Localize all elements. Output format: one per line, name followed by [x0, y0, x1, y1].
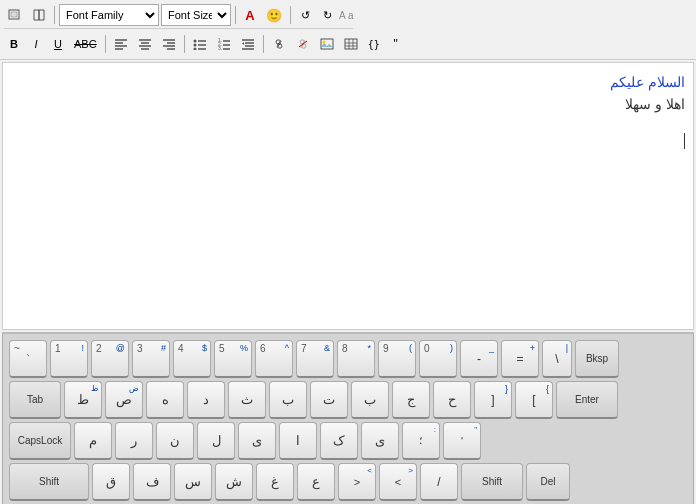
key-rbracket[interactable]: { [	[515, 381, 553, 419]
svg-text:3.: 3.	[218, 45, 222, 50]
key-7[interactable]: & 7	[296, 340, 334, 378]
svg-rect-36	[345, 39, 357, 49]
separator-5	[184, 35, 185, 53]
align-left-btn[interactable]	[110, 33, 132, 55]
key-row-shift: Shift ق ف س ش غ ع < > > < /	[9, 463, 687, 501]
separator-6	[263, 35, 264, 53]
key-t[interactable]: ث	[228, 381, 266, 419]
key-backslash[interactable]: | \	[542, 340, 572, 378]
image-btn[interactable]	[316, 33, 338, 55]
svg-point-35	[322, 41, 325, 44]
key-minus[interactable]: _ -	[460, 340, 498, 378]
key-capslock[interactable]: CapsLock	[9, 422, 71, 460]
key-6[interactable]: ^ 6	[255, 340, 293, 378]
key-2[interactable]: @ 2	[91, 340, 129, 378]
link-btn[interactable]	[268, 33, 290, 55]
editor-line-2: اهلا و سهلا	[610, 93, 685, 115]
key-q[interactable]: ظ ط	[64, 381, 102, 419]
virtual-keyboard: ~ ` ! 1 @ 2 # 3 $ 4 % 5 ^ 6 & 7	[2, 332, 694, 504]
unlink-btn[interactable]	[292, 33, 314, 55]
key-0[interactable]: ) 0	[419, 340, 457, 378]
key-enter[interactable]: Enter	[556, 381, 618, 419]
key-1[interactable]: ! 1	[50, 340, 88, 378]
editor-cursor	[684, 133, 685, 149]
aa-indicator: A a	[339, 10, 353, 21]
separator-4	[105, 35, 106, 53]
key-3[interactable]: # 3	[132, 340, 170, 378]
key-j[interactable]: ک	[320, 422, 358, 460]
key-p[interactable]: ح	[433, 381, 471, 419]
key-row-home: CapsLock م ر ن ل ى ا ک ی	[9, 422, 687, 460]
key-backspace[interactable]: Bksp	[575, 340, 619, 378]
key-9[interactable]: ( 9	[378, 340, 416, 378]
key-shift-left[interactable]: Shift	[9, 463, 89, 501]
emoji-btn[interactable]: 🙂	[262, 4, 286, 26]
key-u[interactable]: ت	[310, 381, 348, 419]
toolbar-btn-1[interactable]	[4, 4, 26, 26]
quote-btn[interactable]: "	[386, 33, 406, 55]
font-color-btn[interactable]: A	[240, 4, 260, 26]
key-b[interactable]: غ	[256, 463, 294, 501]
key-i[interactable]: ب	[351, 381, 389, 419]
key-shift-right[interactable]: Shift	[461, 463, 523, 501]
key-x[interactable]: ف	[133, 463, 171, 501]
key-5[interactable]: % 5	[214, 340, 252, 378]
key-row-top: Tab ظ ط ض ص ه د ث ب ت ب	[9, 381, 687, 419]
redo-btn[interactable]: ↻	[317, 4, 337, 26]
separator-3	[290, 6, 291, 24]
key-a[interactable]: م	[74, 422, 112, 460]
key-y[interactable]: ب	[269, 381, 307, 419]
key-lbracket[interactable]: } ]	[474, 381, 512, 419]
key-f[interactable]: ل	[197, 422, 235, 460]
key-comma[interactable]: > <	[379, 463, 417, 501]
key-r[interactable]: د	[187, 381, 225, 419]
align-right-btn[interactable]	[158, 33, 180, 55]
unordered-list-btn[interactable]	[189, 33, 211, 55]
key-k[interactable]: ی	[361, 422, 399, 460]
key-v[interactable]: ش	[215, 463, 253, 501]
undo-btn[interactable]: ↺	[295, 4, 315, 26]
separator-1	[54, 6, 55, 24]
key-semicolon[interactable]: " '	[443, 422, 481, 460]
key-c[interactable]: س	[174, 463, 212, 501]
key-o[interactable]: ج	[392, 381, 430, 419]
ordered-list-btn[interactable]: 1.2.3.	[213, 33, 235, 55]
key-m[interactable]: < >	[338, 463, 376, 501]
key-8[interactable]: * 8	[337, 340, 375, 378]
font-size-select[interactable]: Font Size	[161, 4, 231, 26]
key-d[interactable]: ن	[156, 422, 194, 460]
key-tab[interactable]: Tab	[9, 381, 61, 419]
code-btn[interactable]: {}	[364, 33, 384, 55]
svg-point-15	[193, 44, 196, 47]
italic-btn[interactable]: I	[26, 33, 46, 55]
editor-area[interactable]: السلام عليكم اهلا و سهلا	[2, 62, 694, 330]
key-e[interactable]: ه	[146, 381, 184, 419]
svg-marker-34	[321, 43, 333, 47]
svg-rect-33	[321, 39, 333, 49]
key-l[interactable]: : ؛	[402, 422, 440, 460]
underline-btn[interactable]: U	[48, 33, 68, 55]
align-center-btn[interactable]	[134, 33, 156, 55]
key-equals[interactable]: + =	[501, 340, 539, 378]
key-grave[interactable]: ~ `	[9, 340, 47, 378]
svg-marker-30	[242, 42, 244, 45]
indent-btn[interactable]	[237, 33, 259, 55]
key-period[interactable]: /	[420, 463, 458, 501]
key-g[interactable]: ى	[238, 422, 276, 460]
key-4[interactable]: $ 4	[173, 340, 211, 378]
font-family-select[interactable]: Font Family	[59, 4, 159, 26]
key-del[interactable]: Del	[526, 463, 570, 501]
key-s[interactable]: ر	[115, 422, 153, 460]
key-row-numbers: ~ ` ! 1 @ 2 # 3 $ 4 % 5 ^ 6 & 7	[9, 340, 687, 378]
svg-point-14	[193, 40, 196, 43]
key-h[interactable]: ا	[279, 422, 317, 460]
svg-point-16	[193, 48, 196, 51]
bold-btn[interactable]: B	[4, 33, 24, 55]
key-n[interactable]: ع	[297, 463, 335, 501]
key-w[interactable]: ض ص	[105, 381, 143, 419]
table-btn[interactable]	[340, 33, 362, 55]
toolbar-btn-2[interactable]	[28, 4, 50, 26]
key-z[interactable]: ق	[92, 463, 130, 501]
strikethrough-btn[interactable]: ABC	[70, 33, 101, 55]
editor-content: السلام عليكم اهلا و سهلا	[610, 71, 685, 116]
